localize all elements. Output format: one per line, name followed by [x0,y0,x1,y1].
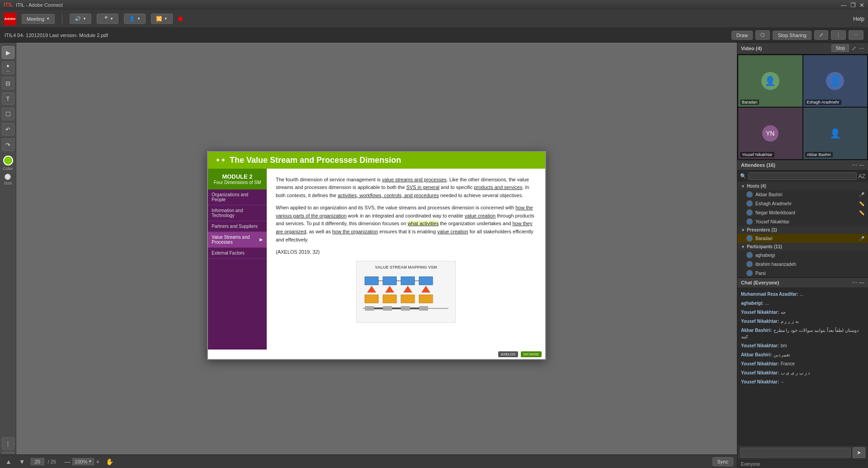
chat-messages: Muhammad Reza Azadifar: ... aghabeigi: .… [737,288,868,445]
share-button[interactable]: 👤 ▼ [124,14,146,24]
slide-nav-item-0[interactable]: Organizations and People [208,189,267,205]
collab-button[interactable]: 🔀 ▼ [151,14,173,24]
video-panel: Video (4) Stop ⤢ ⋯ 👤 Baradar [737,43,868,160]
meeting-menu-button[interactable]: Meeting ▼ [22,14,55,24]
zoom-arrow: ▼ [88,459,92,463]
pointer-tool[interactable]: ▶ [2,46,14,59]
chat-text-0: ... [800,292,803,297]
slide-header: ✦✦ The Value Stream and Processes Dimens… [208,152,545,169]
pointer-tool-button[interactable]: ⬡ [755,30,770,40]
attendee-negar: 👤 Negar Mollerkboard ✏️ [737,208,868,217]
video-grid: 👤 Baradari 👤 Eshagh Aradmehr [737,54,868,160]
chat-more-button[interactable]: ⋯ [852,279,857,286]
prev-icon: ▲ [5,458,12,465]
more-options2-button[interactable]: ⋯ [849,30,863,40]
person-icon: 👤 [129,16,135,22]
hand-tool-button[interactable]: ✋ [106,458,113,465]
chat-to-label: Everyone [741,462,760,467]
svg-marker-10 [421,286,430,293]
redo-button[interactable]: ↷ [2,138,14,151]
attendee-search-bar: 🔍 AZ [737,170,868,182]
attendee-name-aghabeigi: aghabeigi [755,253,864,258]
meeting-label: Meeting [27,16,44,22]
text-tool[interactable]: T [2,92,14,105]
zoom-out-button[interactable]: — [64,458,71,465]
app-title: ITIL ITIL - Adobe Connect [4,2,63,8]
close-button[interactable]: ✕ [859,2,864,9]
more-options-button[interactable]: ⋮ [831,30,846,40]
prev-page-button[interactable]: ▲ [4,458,14,465]
attendees-more-button[interactable]: ⋯ [852,162,857,168]
color-label: Color [3,166,13,171]
window-controls[interactable]: — ❐ ✕ [841,2,864,9]
stamp-tool[interactable]: ▲— [2,61,14,74]
chat-sender-3: Yousef Nikakhtar: [741,319,779,324]
slide-nav-item-2[interactable]: Partners and Suppliers [208,221,267,232]
hosts-section-header[interactable]: ▼ Hosts (4) [737,182,868,190]
svg-rect-21 [392,307,401,309]
webcam-icon: 🎤 [102,16,108,22]
separator-1 [62,14,62,24]
hosts-toggle-icon: ▼ [741,184,745,189]
attendee-search-input[interactable] [748,172,857,180]
color-picker[interactable] [3,156,13,165]
rect-tool[interactable]: ☐ [2,108,14,120]
chat-msg-4: Akbar Bashiri: دوستان لطفاً بعداً بتوانی… [741,327,864,340]
attendee-sort-icon[interactable]: AZ [859,173,865,180]
attendees-collapse-button[interactable]: — [859,162,864,168]
chat-text-9: ← [781,379,785,384]
help-button[interactable]: Help [853,16,864,22]
attendee-baradari: 👤 Baradari 🎤 [737,234,868,243]
audio-arrow: ▼ [83,17,86,21]
slide-nav-item-4[interactable]: External Factors [208,248,267,259]
more-tools-button[interactable]: ⋮ [2,437,14,450]
video-avatar-2: YN [738,108,802,159]
slide-para1: The fourth dimension of service manageme… [276,176,536,200]
video-expand-icon[interactable]: ⤢ [852,45,856,52]
vsm-diagram: VALUE STREAM MAPPING VSM [276,261,536,323]
app-name: ITIL - Adobe Connect [16,2,63,8]
video-name-2: Yousef Nikakhtar [740,152,774,157]
video-cell-0: 👤 Baradari [738,55,802,107]
chat-msg-0: Muhammad Reza Azadifar: ... [741,291,864,297]
audio-button[interactable]: 🔊 ▼ [70,14,91,24]
page-total: / 25 [48,459,56,464]
page-input[interactable] [31,458,44,465]
slide-para3: (AXELOS 2019, 32) [276,248,536,256]
chat-msg-3: Yousef Nikakhtar: به ز ر ر م [741,318,864,324]
chat-controls[interactable]: ⋯ — [852,279,864,286]
expand-button[interactable]: ⤢ [814,30,828,40]
file-bar: ITIL4 04- 12012019 Last version- Module … [0,28,868,43]
zoom-controls: — 100% ▼ + [64,458,99,465]
undo-button[interactable]: ↶ [2,123,14,136]
slide-nav-item-1[interactable]: Information and Technology [208,205,267,221]
participants-section-header[interactable]: ▼ Participants (11) [737,243,868,251]
avatar-badge-2: YN [762,125,778,142]
adobe-logo: Adobe [4,13,16,25]
attendees-controls[interactable]: ⋯ — [852,162,864,168]
stop-sharing-button[interactable]: Stop Sharing [773,31,811,40]
video-more-icon[interactable]: ⋯ [859,45,864,52]
zoom-value: 100% ▼ [72,458,94,465]
next-page-button[interactable]: ▼ [17,458,27,465]
main-toolbar: Adobe Meeting ▼ 🔊 ▼ 🎤 ▼ 👤 ▼ 🔀 ▼ Help [0,10,868,28]
attendees-header: Attendees (16) ⋯ — [737,160,868,170]
chat-send-button[interactable]: ➤ [853,447,865,458]
sync-button[interactable]: Sync [712,457,733,466]
size-picker[interactable] [5,174,11,180]
chat-sender-9: Yousef Nikakhtar: [741,379,779,384]
stop-video-button[interactable]: Stop [831,44,849,52]
webcam-button[interactable]: 🎤 ▼ [97,14,118,24]
video-name-1: Eshagh Aradmehr [805,99,841,105]
eraser-tool[interactable]: ⊟ [2,77,14,90]
presenters-section-header[interactable]: ▼ Presenters (1) [737,226,868,234]
chat-input[interactable] [740,448,851,458]
zoom-in-button[interactable]: + [96,458,99,465]
chat-collapse-button[interactable]: — [859,279,864,286]
restore-button[interactable]: ❐ [850,2,856,9]
svg-rect-12 [383,295,396,303]
minimize-button[interactable]: — [841,2,847,9]
bottom-bar: ▲ ▼ / 25 — 100% ▼ + ✋ Sync [0,454,737,468]
slide-nav-item-3[interactable]: Value Streams and Processes ▶ [208,232,267,248]
draw-button[interactable]: Draw [731,31,753,40]
